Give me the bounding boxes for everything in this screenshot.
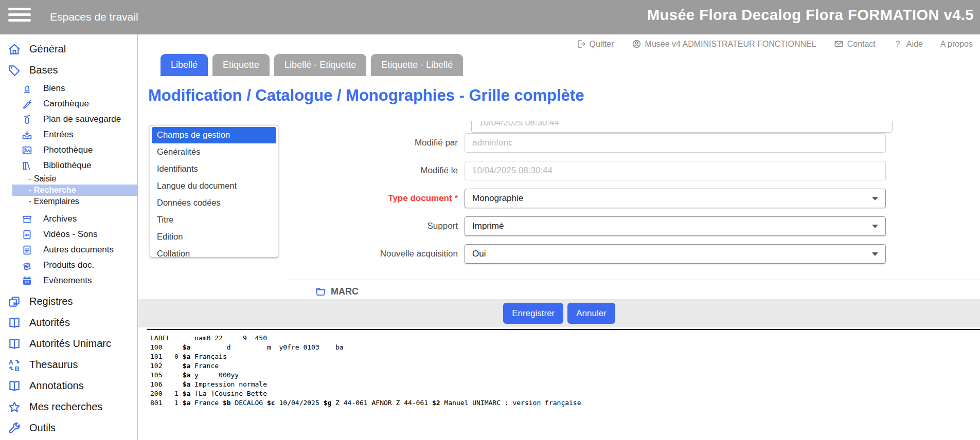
main-content: Quitter Musée v4 ADMINISTRATEUR FONCTION… bbox=[138, 34, 980, 440]
sidebar-item-label: - Recherche bbox=[29, 186, 76, 195]
sidebar-item[interactable]: Archives bbox=[0, 211, 137, 227]
sidebar-item[interactable]: Autorités Unimarc bbox=[0, 333, 137, 354]
sidebar-item[interactable]: Autres documents bbox=[0, 242, 137, 258]
chevron-down-icon bbox=[872, 197, 878, 200]
sidebar-item-label: Evènements bbox=[43, 276, 92, 286]
registers-icon bbox=[8, 295, 21, 308]
user-icon bbox=[632, 39, 642, 49]
sidebar-item[interactable]: Registres bbox=[0, 291, 137, 312]
translate-icon bbox=[8, 358, 21, 372]
field-value: 10/04/2025 08:30:44 bbox=[472, 166, 553, 176]
open-book-icon bbox=[8, 337, 21, 351]
header-link[interactable]: Aide bbox=[893, 39, 923, 49]
field-input: 10/04/2025 08:30:44 bbox=[465, 161, 886, 180]
sidebar-item-label: Annotations bbox=[29, 380, 84, 392]
sidebar-item[interactable]: - Recherche bbox=[12, 185, 137, 196]
sidebar-item[interactable]: Photothèque bbox=[0, 142, 137, 158]
field-value: adminfonc bbox=[472, 138, 512, 148]
tab-label: Libellé bbox=[171, 60, 198, 70]
cancel-button[interactable]: Annuler bbox=[567, 303, 615, 324]
header-link[interactable]: Musée v4 ADMINISTRATEUR FONCTIONNEL bbox=[632, 39, 816, 49]
sidebar-item-label: Registres bbox=[29, 296, 73, 307]
save-button[interactable]: Enregistrer bbox=[503, 303, 563, 324]
calendar-icon bbox=[22, 276, 32, 286]
home-icon bbox=[8, 43, 21, 56]
topbar: Espaces de travail Musée Flora Decalog F… bbox=[0, 0, 980, 34]
header-link-label: A propos bbox=[940, 40, 973, 49]
marc-section-header[interactable]: MARC bbox=[288, 280, 980, 297]
sidebar-item[interactable]: Bases bbox=[0, 60, 137, 81]
field-value: Imprimé bbox=[472, 221, 504, 231]
sidebar-item[interactable]: Carothèque bbox=[0, 96, 137, 112]
header-link-label: Quitter bbox=[590, 40, 614, 49]
sidebar-item[interactable]: - Exemplaires bbox=[12, 196, 137, 207]
sidebar-item[interactable]: Vidéos - Sons bbox=[0, 227, 137, 242]
sidebar-item-label: Autres documents bbox=[43, 245, 114, 255]
header-link[interactable]: A propos bbox=[940, 40, 973, 49]
field-label: Modifié le bbox=[138, 166, 465, 176]
page-title: Modification / Catalogue / Monographies … bbox=[148, 86, 584, 105]
sidebar-item-label: Produits doc. bbox=[43, 260, 94, 270]
sidebar-item-label: Bibliothèque bbox=[43, 160, 92, 171]
sidebar-item[interactable]: Produits doc. bbox=[0, 258, 137, 273]
field-label: Nouvelle acquisition bbox=[138, 249, 465, 259]
sidebar-item-label: Entrées bbox=[43, 130, 74, 140]
tab[interactable]: Etiquette - Libellé bbox=[371, 54, 463, 76]
form-field-row: Modifié par adminfonc bbox=[138, 133, 980, 153]
sidebar-item[interactable]: - Saisie bbox=[12, 173, 137, 185]
field-input[interactable]: Oui bbox=[465, 244, 886, 264]
sidebar-item[interactable]: Général bbox=[0, 39, 137, 60]
form-field-row: Support Imprimé bbox=[138, 216, 980, 236]
form-fields: Modifié par adminfonc Modifié le 10/04/2… bbox=[138, 133, 980, 264]
application-window: Espaces de travail Musée Flora Decalog F… bbox=[0, 0, 980, 440]
sidebar-item[interactable]: Evènements bbox=[0, 273, 137, 288]
workspace-label: Espaces de travail bbox=[50, 11, 138, 23]
sidebar-item[interactable]: Outils bbox=[0, 417, 137, 438]
action-bar: Enregistrer Annuler bbox=[138, 299, 980, 327]
clipped-field-input: 10/04/2025 08:30:44 bbox=[471, 121, 893, 133]
chevron-down-icon bbox=[872, 225, 878, 228]
question-icon bbox=[893, 39, 903, 49]
sidebar-item[interactable]: Thesaurus bbox=[0, 354, 137, 375]
field-value: Oui bbox=[472, 249, 486, 259]
tab[interactable]: Libellé bbox=[161, 54, 208, 76]
sidebar-item[interactable]: Biens bbox=[0, 81, 137, 96]
field-input[interactable]: Monographie bbox=[465, 189, 886, 208]
sidebar-item[interactable]: Bibliothèque bbox=[0, 158, 137, 173]
image-icon bbox=[22, 145, 32, 156]
header-link[interactable]: Contact bbox=[834, 39, 876, 49]
sidebar-item-label: Outils bbox=[29, 422, 56, 434]
header-link-label: Contact bbox=[847, 40, 876, 49]
sidebar-item[interactable]: Plan de sauvegarde bbox=[0, 112, 137, 127]
wrench-icon bbox=[8, 421, 21, 435]
marc-record-text: LABEL nam0 22 9 450 100 $a d m y0fre 010… bbox=[150, 334, 581, 408]
sidebar-item-label: Carothèque bbox=[43, 99, 89, 109]
folder-icon bbox=[315, 286, 326, 297]
sidebar-item-label: - Saisie bbox=[29, 174, 56, 184]
divider bbox=[147, 329, 980, 330]
sidebar-item-label: Biens bbox=[43, 83, 65, 94]
field-label: Modifié par bbox=[138, 138, 465, 148]
tab[interactable]: Etiquette bbox=[212, 54, 270, 76]
sidebar-item[interactable]: Entrées bbox=[0, 127, 137, 142]
tab[interactable]: Libellé - Etiquette bbox=[274, 54, 366, 76]
app-title: Musée Flora Decalog Flora FORMATION v4.5 bbox=[647, 7, 974, 24]
header-links: Quitter Musée v4 ADMINISTRATEUR FONCTION… bbox=[576, 39, 973, 49]
marc-panel: MARC bbox=[288, 280, 980, 297]
field-input[interactable]: Imprimé bbox=[465, 216, 886, 236]
carrot-icon bbox=[22, 99, 32, 109]
sidebar-item-label: Bases bbox=[29, 64, 58, 76]
hamburger-menu-icon[interactable] bbox=[8, 8, 31, 27]
tab-bar: Libellé Etiquette Libellé - Etiquette Et… bbox=[161, 54, 463, 76]
tag-icon bbox=[8, 64, 21, 77]
sidebar-item-label: Thesaurus bbox=[29, 359, 78, 371]
header-link[interactable]: Quitter bbox=[576, 39, 614, 49]
sidebar-item[interactable]: Autorités bbox=[0, 312, 137, 333]
sidebar-item[interactable]: Mes recherches bbox=[0, 396, 137, 417]
sidebar-item-label: Général bbox=[29, 43, 66, 55]
header-link-label: Musée v4 ADMINISTRATEUR FONCTIONNEL bbox=[645, 40, 816, 49]
form-field-row: Modifié le 10/04/2025 08:30:44 bbox=[138, 161, 980, 180]
sidebar-item-label: - Exemplaires bbox=[29, 197, 79, 206]
sidebar-item[interactable]: Annotations bbox=[0, 375, 137, 396]
field-label: Type document * bbox=[138, 193, 465, 204]
